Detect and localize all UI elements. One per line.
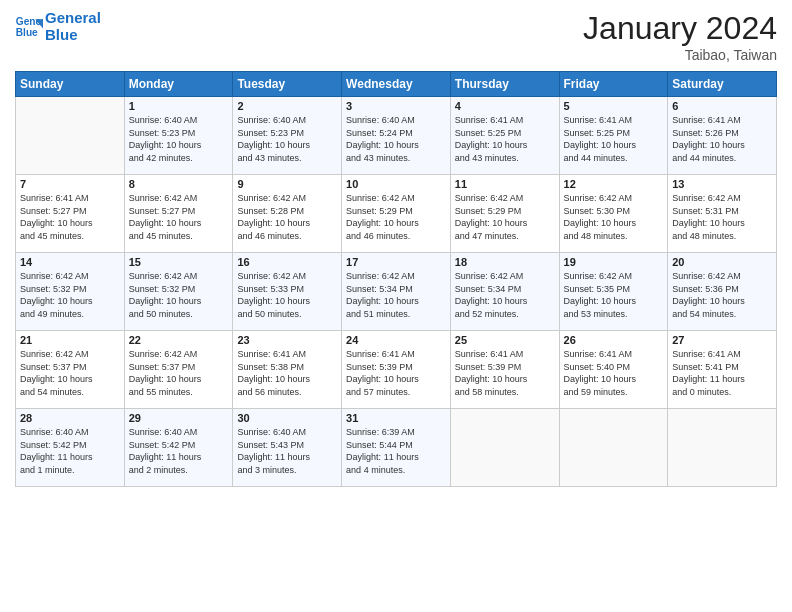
calendar-cell: 23Sunrise: 6:41 AM Sunset: 5:38 PM Dayli… — [233, 331, 342, 409]
calendar-cell: 1Sunrise: 6:40 AM Sunset: 5:23 PM Daylig… — [124, 97, 233, 175]
calendar-cell: 29Sunrise: 6:40 AM Sunset: 5:42 PM Dayli… — [124, 409, 233, 487]
day-info: Sunrise: 6:42 AM Sunset: 5:33 PM Dayligh… — [237, 270, 337, 320]
day-number: 27 — [672, 334, 772, 346]
calendar-cell: 19Sunrise: 6:42 AM Sunset: 5:35 PM Dayli… — [559, 253, 668, 331]
day-info: Sunrise: 6:40 AM Sunset: 5:23 PM Dayligh… — [237, 114, 337, 164]
day-info: Sunrise: 6:42 AM Sunset: 5:32 PM Dayligh… — [20, 270, 120, 320]
day-info: Sunrise: 6:41 AM Sunset: 5:39 PM Dayligh… — [346, 348, 446, 398]
calendar-cell: 22Sunrise: 6:42 AM Sunset: 5:37 PM Dayli… — [124, 331, 233, 409]
calendar-cell — [559, 409, 668, 487]
day-number: 22 — [129, 334, 229, 346]
calendar-cell: 6Sunrise: 6:41 AM Sunset: 5:26 PM Daylig… — [668, 97, 777, 175]
calendar-cell: 20Sunrise: 6:42 AM Sunset: 5:36 PM Dayli… — [668, 253, 777, 331]
day-header-saturday: Saturday — [668, 72, 777, 97]
calendar-cell: 24Sunrise: 6:41 AM Sunset: 5:39 PM Dayli… — [342, 331, 451, 409]
calendar-cell: 27Sunrise: 6:41 AM Sunset: 5:41 PM Dayli… — [668, 331, 777, 409]
day-info: Sunrise: 6:40 AM Sunset: 5:42 PM Dayligh… — [20, 426, 120, 476]
day-header-thursday: Thursday — [450, 72, 559, 97]
day-header-sunday: Sunday — [16, 72, 125, 97]
calendar-cell: 14Sunrise: 6:42 AM Sunset: 5:32 PM Dayli… — [16, 253, 125, 331]
calendar-cell: 21Sunrise: 6:42 AM Sunset: 5:37 PM Dayli… — [16, 331, 125, 409]
day-info: Sunrise: 6:42 AM Sunset: 5:28 PM Dayligh… — [237, 192, 337, 242]
day-info: Sunrise: 6:42 AM Sunset: 5:29 PM Dayligh… — [346, 192, 446, 242]
day-number: 29 — [129, 412, 229, 424]
calendar-week-1: 1Sunrise: 6:40 AM Sunset: 5:23 PM Daylig… — [16, 97, 777, 175]
day-number: 15 — [129, 256, 229, 268]
day-number: 5 — [564, 100, 664, 112]
day-info: Sunrise: 6:40 AM Sunset: 5:42 PM Dayligh… — [129, 426, 229, 476]
calendar-cell: 10Sunrise: 6:42 AM Sunset: 5:29 PM Dayli… — [342, 175, 451, 253]
page: General Blue General Blue January 2024 T… — [0, 0, 792, 612]
day-header-wednesday: Wednesday — [342, 72, 451, 97]
day-number: 12 — [564, 178, 664, 190]
calendar-cell: 12Sunrise: 6:42 AM Sunset: 5:30 PM Dayli… — [559, 175, 668, 253]
calendar-week-2: 7Sunrise: 6:41 AM Sunset: 5:27 PM Daylig… — [16, 175, 777, 253]
header: General Blue General Blue January 2024 T… — [15, 10, 777, 63]
day-number: 10 — [346, 178, 446, 190]
day-number: 20 — [672, 256, 772, 268]
day-info: Sunrise: 6:42 AM Sunset: 5:29 PM Dayligh… — [455, 192, 555, 242]
calendar-cell: 5Sunrise: 6:41 AM Sunset: 5:25 PM Daylig… — [559, 97, 668, 175]
calendar-cell: 13Sunrise: 6:42 AM Sunset: 5:31 PM Dayli… — [668, 175, 777, 253]
day-number: 18 — [455, 256, 555, 268]
day-info: Sunrise: 6:41 AM Sunset: 5:41 PM Dayligh… — [672, 348, 772, 398]
logo-text-blue: Blue — [45, 27, 101, 44]
calendar-cell: 17Sunrise: 6:42 AM Sunset: 5:34 PM Dayli… — [342, 253, 451, 331]
day-info: Sunrise: 6:40 AM Sunset: 5:43 PM Dayligh… — [237, 426, 337, 476]
day-info: Sunrise: 6:42 AM Sunset: 5:32 PM Dayligh… — [129, 270, 229, 320]
calendar-cell: 4Sunrise: 6:41 AM Sunset: 5:25 PM Daylig… — [450, 97, 559, 175]
day-number: 30 — [237, 412, 337, 424]
day-info: Sunrise: 6:42 AM Sunset: 5:35 PM Dayligh… — [564, 270, 664, 320]
day-number: 23 — [237, 334, 337, 346]
svg-text:Blue: Blue — [16, 27, 38, 38]
day-info: Sunrise: 6:40 AM Sunset: 5:24 PM Dayligh… — [346, 114, 446, 164]
calendar-cell — [668, 409, 777, 487]
day-number: 16 — [237, 256, 337, 268]
calendar-cell — [16, 97, 125, 175]
day-number: 11 — [455, 178, 555, 190]
calendar-cell: 9Sunrise: 6:42 AM Sunset: 5:28 PM Daylig… — [233, 175, 342, 253]
day-info: Sunrise: 6:42 AM Sunset: 5:31 PM Dayligh… — [672, 192, 772, 242]
month-title: January 2024 — [583, 10, 777, 47]
calendar-table: SundayMondayTuesdayWednesdayThursdayFrid… — [15, 71, 777, 487]
day-number: 31 — [346, 412, 446, 424]
day-number: 8 — [129, 178, 229, 190]
calendar-header-row: SundayMondayTuesdayWednesdayThursdayFrid… — [16, 72, 777, 97]
day-header-friday: Friday — [559, 72, 668, 97]
day-number: 14 — [20, 256, 120, 268]
day-number: 17 — [346, 256, 446, 268]
calendar-cell: 8Sunrise: 6:42 AM Sunset: 5:27 PM Daylig… — [124, 175, 233, 253]
calendar-week-3: 14Sunrise: 6:42 AM Sunset: 5:32 PM Dayli… — [16, 253, 777, 331]
day-number: 26 — [564, 334, 664, 346]
day-number: 25 — [455, 334, 555, 346]
day-number: 13 — [672, 178, 772, 190]
calendar-cell: 30Sunrise: 6:40 AM Sunset: 5:43 PM Dayli… — [233, 409, 342, 487]
day-info: Sunrise: 6:41 AM Sunset: 5:39 PM Dayligh… — [455, 348, 555, 398]
day-info: Sunrise: 6:42 AM Sunset: 5:34 PM Dayligh… — [346, 270, 446, 320]
day-info: Sunrise: 6:42 AM Sunset: 5:34 PM Dayligh… — [455, 270, 555, 320]
day-number: 7 — [20, 178, 120, 190]
day-info: Sunrise: 6:41 AM Sunset: 5:38 PM Dayligh… — [237, 348, 337, 398]
day-number: 24 — [346, 334, 446, 346]
calendar-cell — [450, 409, 559, 487]
calendar-week-5: 28Sunrise: 6:40 AM Sunset: 5:42 PM Dayli… — [16, 409, 777, 487]
logo-text-general: General — [45, 10, 101, 27]
title-block: January 2024 Taibao, Taiwan — [583, 10, 777, 63]
calendar-cell: 7Sunrise: 6:41 AM Sunset: 5:27 PM Daylig… — [16, 175, 125, 253]
day-number: 6 — [672, 100, 772, 112]
day-info: Sunrise: 6:41 AM Sunset: 5:26 PM Dayligh… — [672, 114, 772, 164]
calendar-cell: 25Sunrise: 6:41 AM Sunset: 5:39 PM Dayli… — [450, 331, 559, 409]
day-number: 4 — [455, 100, 555, 112]
calendar-cell: 11Sunrise: 6:42 AM Sunset: 5:29 PM Dayli… — [450, 175, 559, 253]
day-number: 19 — [564, 256, 664, 268]
day-number: 21 — [20, 334, 120, 346]
calendar-cell: 18Sunrise: 6:42 AM Sunset: 5:34 PM Dayli… — [450, 253, 559, 331]
calendar-week-4: 21Sunrise: 6:42 AM Sunset: 5:37 PM Dayli… — [16, 331, 777, 409]
day-info: Sunrise: 6:39 AM Sunset: 5:44 PM Dayligh… — [346, 426, 446, 476]
day-info: Sunrise: 6:42 AM Sunset: 5:27 PM Dayligh… — [129, 192, 229, 242]
calendar-cell: 3Sunrise: 6:40 AM Sunset: 5:24 PM Daylig… — [342, 97, 451, 175]
day-info: Sunrise: 6:41 AM Sunset: 5:40 PM Dayligh… — [564, 348, 664, 398]
day-info: Sunrise: 6:42 AM Sunset: 5:37 PM Dayligh… — [129, 348, 229, 398]
day-header-monday: Monday — [124, 72, 233, 97]
day-number: 3 — [346, 100, 446, 112]
